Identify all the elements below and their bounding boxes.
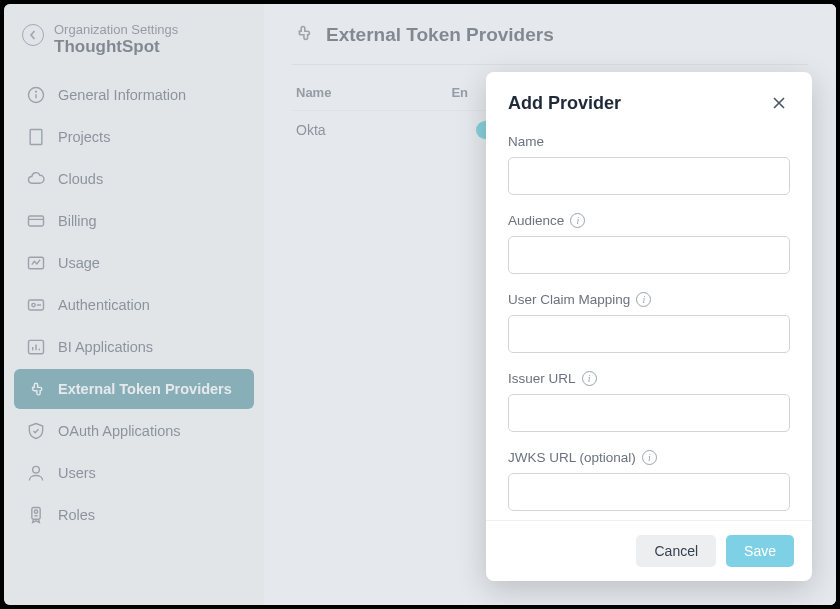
cell-name: Okta: [296, 122, 356, 138]
sidebar-item-label: BI Applications: [58, 339, 153, 355]
info-icon[interactable]: i: [636, 292, 651, 307]
info-icon[interactable]: i: [570, 213, 585, 228]
name-input[interactable]: [508, 157, 790, 195]
svg-rect-3: [30, 130, 42, 145]
field-label: User Claim Mapping: [508, 292, 630, 307]
svg-point-22: [34, 510, 37, 513]
sidebar-item-label: General Information: [58, 87, 186, 103]
sidebar-item-billing[interactable]: Billing: [14, 201, 254, 241]
field-name: Name: [508, 134, 790, 195]
sidebar-item-authentication[interactable]: Authentication: [14, 285, 254, 325]
sidebar-item-users[interactable]: Users: [14, 453, 254, 493]
svg-point-14: [32, 303, 35, 306]
org-header: Organization Settings ThoughtSpot: [14, 18, 254, 73]
sidebar-item-label: OAuth Applications: [58, 423, 181, 439]
back-button[interactable]: [22, 24, 44, 46]
activity-icon: [26, 253, 46, 273]
lock-icon: [26, 295, 46, 315]
info-icon: [26, 85, 46, 105]
close-button[interactable]: [768, 92, 790, 114]
sidebar-item-external-token-providers[interactable]: External Token Providers: [14, 369, 254, 409]
close-icon: [771, 95, 787, 111]
field-user-claim: User Claim Mapping i: [508, 292, 790, 353]
sidebar-item-label: External Token Providers: [58, 381, 232, 397]
field-issuer-url: Issuer URL i: [508, 371, 790, 432]
sidebar-item-label: Usage: [58, 255, 100, 271]
sidebar-item-label: Users: [58, 465, 96, 481]
field-label: Issuer URL: [508, 371, 576, 386]
issuer-url-input[interactable]: [508, 394, 790, 432]
sidebar-item-general[interactable]: General Information: [14, 75, 254, 115]
sidebar-item-label: Roles: [58, 507, 95, 523]
badge-icon: [26, 505, 46, 525]
sidebar-item-label: Clouds: [58, 171, 103, 187]
svg-rect-13: [29, 300, 44, 310]
sidebar-item-bi-applications[interactable]: BI Applications: [14, 327, 254, 367]
sidebar-item-oauth-applications[interactable]: OAuth Applications: [14, 411, 254, 451]
audience-input[interactable]: [508, 236, 790, 274]
page-header: External Token Providers: [292, 22, 808, 65]
svg-point-2: [36, 91, 37, 92]
svg-rect-10: [29, 216, 44, 226]
cloud-icon: [26, 169, 46, 189]
col-name: Name: [296, 85, 331, 100]
sidebar-item-projects[interactable]: Projects: [14, 117, 254, 157]
sidebar-item-roles[interactable]: Roles: [14, 495, 254, 535]
field-label: Name: [508, 134, 544, 149]
org-subtitle: Organization Settings: [54, 22, 178, 37]
add-provider-modal: Add Provider Name Audience i: [486, 72, 812, 581]
field-audience: Audience i: [508, 213, 790, 274]
puzzle-icon: [26, 379, 46, 399]
user-claim-input[interactable]: [508, 315, 790, 353]
modal-footer: Cancel Save: [486, 520, 812, 581]
field-label: JWKS URL (optional): [508, 450, 636, 465]
org-name: ThoughtSpot: [54, 37, 178, 57]
info-icon[interactable]: i: [642, 450, 657, 465]
puzzle-icon: [292, 22, 314, 48]
field-jwks-url: JWKS URL (optional) i: [508, 450, 790, 511]
page-title: External Token Providers: [326, 24, 554, 46]
sidebar-item-label: Billing: [58, 213, 97, 229]
col-enabled: En: [451, 85, 468, 100]
info-icon[interactable]: i: [582, 371, 597, 386]
card-icon: [26, 211, 46, 231]
svg-point-20: [33, 466, 40, 473]
cancel-button[interactable]: Cancel: [636, 535, 716, 567]
sidebar-item-usage[interactable]: Usage: [14, 243, 254, 283]
modal-title: Add Provider: [508, 93, 621, 114]
save-button[interactable]: Save: [726, 535, 794, 567]
shield-icon: [26, 421, 46, 441]
sidebar-item-label: Projects: [58, 129, 110, 145]
jwks-url-input[interactable]: [508, 473, 790, 511]
chart-icon: [26, 337, 46, 357]
sidebar-item-label: Authentication: [58, 297, 150, 313]
sidebar: Organization Settings ThoughtSpot Genera…: [4, 4, 264, 605]
building-icon: [26, 127, 46, 147]
user-icon: [26, 463, 46, 483]
field-label: Audience: [508, 213, 564, 228]
sidebar-item-clouds[interactable]: Clouds: [14, 159, 254, 199]
